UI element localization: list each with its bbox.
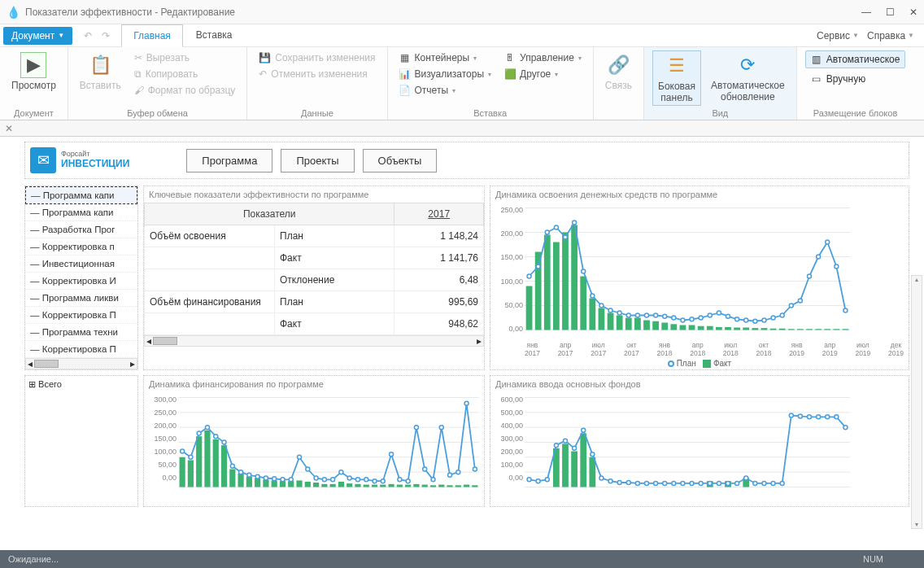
- tree-panel: ⊞ Всего: [24, 375, 138, 507]
- nav-objects[interactable]: Объекты: [363, 149, 438, 173]
- report-icon: 📄: [399, 85, 411, 96]
- menubar: Документ ▼ ↶ ↷ Главная Вставка Сервис▼ С…: [0, 24, 924, 47]
- svg-point-196: [744, 476, 748, 480]
- reports-button[interactable]: 📄Отчеты ▾: [396, 83, 495, 98]
- nav-program[interactable]: Программа: [186, 149, 272, 173]
- kpi-title: Ключевые показатели эффективности по про…: [144, 186, 484, 203]
- program-item[interactable]: — Разработка Прог: [25, 221, 137, 238]
- svg-rect-16: [617, 316, 623, 330]
- svg-point-128: [239, 470, 243, 474]
- program-item[interactable]: — Корректировка И: [25, 273, 137, 290]
- link-label: Связь: [605, 80, 632, 91]
- cut-button[interactable]: ✂Вырезать: [131, 50, 239, 65]
- hscroll-kpi[interactable]: ◂▸: [144, 335, 484, 347]
- svg-point-179: [591, 452, 595, 457]
- program-item[interactable]: — Инвестиционная: [25, 256, 137, 273]
- redo-button[interactable]: ↷: [98, 28, 113, 43]
- grid-icon: ▦: [399, 52, 411, 63]
- kpi-panel: Ключевые показатели эффективности по про…: [143, 186, 485, 370]
- help-menu[interactable]: Справка▼: [867, 30, 914, 42]
- undo-changes-button[interactable]: ↶Отменить изменения: [255, 67, 378, 81]
- kpi-table: Показатели2017 Объём освоенияПлан1 148,2…: [144, 203, 484, 335]
- svg-rect-27: [716, 327, 722, 330]
- maximize-button[interactable]: ☐: [886, 7, 895, 18]
- program-item[interactable]: — Программа ликви: [25, 290, 137, 307]
- svg-rect-41: [843, 329, 849, 330]
- svg-rect-106: [355, 484, 360, 487]
- tab-home[interactable]: Главная: [121, 24, 183, 47]
- preview-button[interactable]: ▶ Просмотр: [8, 50, 59, 93]
- auto-layout-button[interactable]: ▥Автоматическое: [805, 50, 906, 68]
- close-button[interactable]: ✕: [909, 7, 917, 18]
- svg-point-153: [448, 474, 452, 478]
- svg-point-58: [672, 316, 676, 320]
- svg-rect-88: [204, 430, 210, 487]
- paste-button[interactable]: 📋 Вставить: [76, 50, 124, 93]
- vscroll[interactable]: ▴▾: [911, 275, 922, 529]
- program-item[interactable]: — Программа техни: [25, 324, 137, 341]
- tab-close-icon[interactable]: ✕: [5, 123, 13, 134]
- chevron-down-icon: ▼: [58, 32, 64, 39]
- logo-icon: ✉: [30, 147, 56, 173]
- svg-point-49: [591, 294, 595, 298]
- copy-button[interactable]: ⧉Копировать: [131, 67, 239, 81]
- svg-rect-12: [580, 277, 586, 330]
- svg-point-77: [843, 308, 848, 312]
- program-item[interactable]: — Корректировка П: [25, 341, 137, 358]
- svg-rect-18: [634, 318, 641, 330]
- svg-point-144: [373, 479, 377, 483]
- program-item[interactable]: — Корректировка П: [25, 307, 137, 324]
- link-button[interactable]: 🔗 Связь: [602, 50, 635, 93]
- tab-insert[interactable]: Вставка: [185, 24, 244, 46]
- svg-rect-112: [405, 485, 411, 487]
- chart1-legend: План Факт: [490, 357, 909, 369]
- svg-point-177: [573, 447, 577, 451]
- svg-point-68: [762, 318, 766, 322]
- document-menu[interactable]: Документ ▼: [3, 27, 72, 45]
- manual-layout-button[interactable]: ▭Вручную: [805, 70, 906, 88]
- program-item[interactable]: — Корректировка п: [25, 238, 137, 256]
- refresh-icon: ⟳: [734, 52, 761, 78]
- minimize-button[interactable]: ―: [861, 7, 871, 18]
- document-menu-label: Документ: [11, 30, 54, 42]
- svg-rect-100: [305, 482, 311, 487]
- svg-point-75: [826, 240, 830, 244]
- visualizers-button[interactable]: 📊Визуализаторы ▾: [396, 67, 495, 81]
- hscroll-programs[interactable]: ◂▸: [25, 358, 137, 369]
- svg-point-65: [735, 317, 739, 321]
- svg-rect-101: [313, 483, 319, 487]
- format-painter-button[interactable]: 🖌Формат по образцу: [131, 83, 239, 98]
- nav-projects[interactable]: Проекты: [281, 149, 354, 173]
- other-button[interactable]: 🟩Другое ▾: [501, 67, 585, 81]
- undo-button[interactable]: ↶: [81, 28, 95, 43]
- logo-big: ИНВЕСТИЦИИ: [61, 159, 129, 169]
- svg-rect-116: [438, 485, 444, 487]
- svg-point-67: [753, 319, 757, 323]
- containers-button[interactable]: ▦Контейнеры ▾: [396, 50, 495, 65]
- program-item[interactable]: — Программа капи: [25, 186, 137, 204]
- svg-point-42: [527, 274, 531, 278]
- svg-point-139: [331, 478, 335, 482]
- save-changes-button[interactable]: 💾Сохранить изменения: [255, 50, 378, 65]
- svg-rect-11: [571, 225, 578, 330]
- copy-icon: ⧉: [134, 68, 142, 80]
- svg-rect-91: [229, 470, 235, 487]
- svg-rect-7: [535, 252, 542, 330]
- window-title: Показатели эффективности - Редактировани…: [25, 7, 861, 18]
- svg-point-60: [690, 317, 694, 321]
- kpi-col-year[interactable]: 2017: [394, 203, 484, 225]
- svg-rect-22: [670, 324, 677, 330]
- auto-refresh-button[interactable]: ⟳ Автоматическое обновление: [708, 50, 788, 104]
- service-menu[interactable]: Сервис▼: [817, 30, 859, 42]
- program-item[interactable]: — Программа капи: [25, 204, 137, 221]
- group-label-insert: Вставка: [396, 107, 585, 118]
- control-button[interactable]: 🎚Управление ▾: [501, 50, 585, 65]
- svg-rect-165: [562, 444, 569, 487]
- svg-point-73: [808, 274, 812, 278]
- svg-point-142: [355, 478, 360, 482]
- svg-point-206: [835, 415, 839, 419]
- svg-rect-8: [544, 235, 551, 330]
- tree-root[interactable]: ⊞ Всего: [25, 376, 137, 393]
- side-panel-button[interactable]: ☰ Боковая панель: [652, 50, 701, 106]
- svg-point-207: [843, 426, 848, 430]
